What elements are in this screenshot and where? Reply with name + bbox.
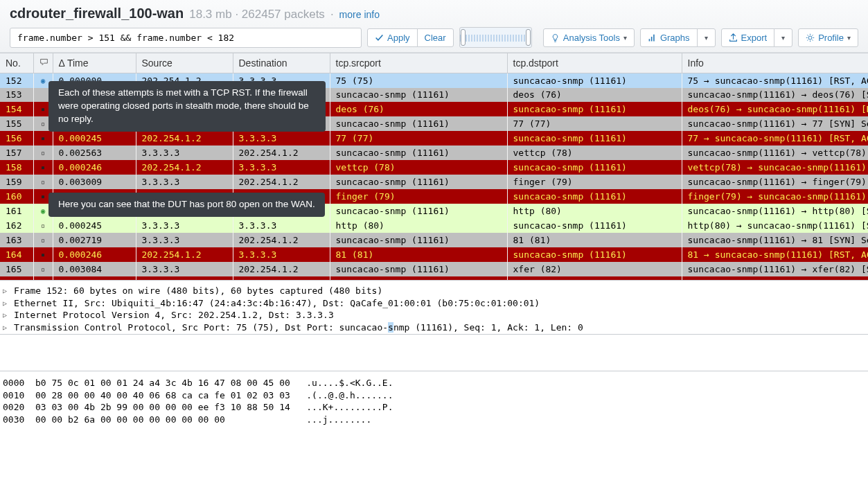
cell-info: 75 → suncacao-snmp(11161) [RST, ACK xyxy=(682,73,868,89)
marker-dot-icon: ▪ xyxy=(41,105,45,113)
col-header-comment[interactable] xyxy=(33,53,53,73)
col-header-no[interactable]: No. xyxy=(0,53,33,73)
cell-no: 166 xyxy=(0,276,33,280)
table-row[interactable]: 156▪0.000245202.254.1.23.3.3.377 (77)sun… xyxy=(0,131,868,146)
cell-comment[interactable]: ▫ xyxy=(33,175,53,189)
comment-bubble-icon: ◉ xyxy=(41,76,46,85)
export-button[interactable]: Export xyxy=(721,28,775,47)
table-header-row: No. Δ Time Source Destination tcp.srcpor… xyxy=(0,53,868,73)
cell-dstport: suncacao-snmp (11161) xyxy=(507,276,682,280)
tree-expand-icon[interactable]: ▷ xyxy=(3,310,10,320)
cell-dstport: deos (76) xyxy=(507,88,682,102)
hex-row[interactable]: 0020 03 03 00 4b 2b 99 00 00 00 00 ee f3… xyxy=(3,401,865,414)
cell-info: 81 → suncacao-snmp(11161) [RST, ACK xyxy=(682,247,868,262)
cell-time: 0.000246 xyxy=(53,247,136,262)
marker-dot-icon: ▪ xyxy=(41,193,45,200)
cell-comment[interactable]: ▫ xyxy=(33,233,53,247)
table-row[interactable]: 157▫0.0025633.3.3.3202.254.1.2suncacao-s… xyxy=(0,146,868,160)
tree-row[interactable]: ▷Transmission Control Protocol, Src Port… xyxy=(3,321,865,334)
table-row[interactable]: 165▫0.0030843.3.3.3202.254.1.2suncacao-s… xyxy=(0,262,868,276)
clear-button[interactable]: Clear xyxy=(417,28,454,47)
graphs-button[interactable]: Graphs xyxy=(640,28,698,47)
cell-time: 0.000245 xyxy=(53,218,136,233)
hex-row[interactable]: 0030 00 00 b2 6a 00 00 00 00 00 00 00 00… xyxy=(3,414,865,426)
comment-bubble-icon: ◉ xyxy=(41,206,46,215)
hex-row[interactable]: 0010 00 28 00 00 40 00 40 06 68 ca ca fe… xyxy=(3,389,865,402)
annotation-rst: Each of these attempts is met with a TCP… xyxy=(48,81,326,132)
tree-label: Transmission Control Protocol, Src Port:… xyxy=(14,321,583,334)
graphs-dropdown-button[interactable]: ▾ xyxy=(697,28,716,47)
cell-comment[interactable]: ▫ xyxy=(33,262,53,276)
more-info-link[interactable]: more info xyxy=(339,9,380,20)
table-row[interactable]: 163▫0.0027193.3.3.3202.254.1.2suncacao-s… xyxy=(0,233,868,247)
cell-srcport: xfer (82) xyxy=(330,276,507,280)
minimap-handle-right[interactable] xyxy=(526,29,531,46)
cell-srcport: 77 (77) xyxy=(330,131,507,146)
cell-comment[interactable]: ▪ xyxy=(33,247,53,262)
chevron-down-icon: ▾ xyxy=(705,34,708,42)
cell-comment[interactable]: ▪ xyxy=(33,131,53,146)
cell-no: 162 xyxy=(0,218,33,233)
cell-source: 202.254.1.2 xyxy=(136,131,233,146)
col-header-srcport[interactable]: tcp.srcport xyxy=(330,53,507,73)
export-dropdown-button[interactable]: ▾ xyxy=(774,28,792,47)
col-header-info[interactable]: Info xyxy=(682,53,868,73)
tree-expand-icon[interactable]: ▷ xyxy=(3,286,10,296)
cell-destination: 3.3.3.3 xyxy=(233,160,330,175)
check-icon xyxy=(375,33,384,42)
annotation-port80: Here you can see that the DUT has port 8… xyxy=(48,193,325,217)
table-row[interactable]: 159▫0.0030093.3.3.3202.254.1.2suncacao-s… xyxy=(0,175,868,189)
cell-comment[interactable]: ▪ xyxy=(33,160,53,175)
table-row[interactable]: 164▪0.000246202.254.1.23.3.3.381 (81)sun… xyxy=(0,247,868,262)
marker-dot-icon: ▪ xyxy=(41,134,45,142)
packet-list-pane[interactable]: Each of these attempts is met with a TCP… xyxy=(0,53,868,280)
display-filter-input[interactable] xyxy=(10,28,362,48)
cell-comment[interactable]: ▪ xyxy=(33,276,53,280)
col-header-source[interactable]: Source xyxy=(136,53,233,73)
cell-no: 165 xyxy=(0,262,33,276)
packet-details-pane[interactable]: ▷Frame 152: 60 bytes on wire (480 bits),… xyxy=(0,280,868,334)
cell-source: 202.254.1.2 xyxy=(136,160,233,175)
tree-expand-icon[interactable]: ▷ xyxy=(3,323,10,333)
tree-label: Ethernet II, Src: Ubiquiti_4b:16:47 (24:… xyxy=(14,297,540,310)
cell-dstport: suncacao-snmp (11161) xyxy=(507,160,682,175)
spacer-pane xyxy=(0,334,868,371)
cell-dstport: suncacao-snmp (11161) xyxy=(507,189,682,204)
cell-info: finger(79) → suncacao-snmp(11161) xyxy=(682,189,868,204)
hex-row[interactable]: 0000 b0 75 0c 01 00 01 24 a4 3c 4b 16 47… xyxy=(3,377,865,389)
cell-comment[interactable]: ▫ xyxy=(33,218,53,233)
profile-button[interactable]: Profile ▾ xyxy=(798,28,858,47)
cell-info: deos(76) → suncacao-snmp(11161) [RS xyxy=(682,102,868,116)
table-row[interactable]: 158▪0.000246202.254.1.23.3.3.3vettcp (78… xyxy=(0,160,868,175)
tree-row[interactable]: ▷Frame 152: 60 bytes on wire (480 bits),… xyxy=(3,285,865,297)
bar-chart-icon xyxy=(648,33,657,42)
cell-srcport: suncacao-snmp (11161) xyxy=(330,175,507,189)
hex-dump-pane[interactable]: 0000 b0 75 0c 01 00 01 24 a4 3c 4b 16 47… xyxy=(0,371,868,431)
cell-destination: 3.3.3.3 xyxy=(233,276,330,280)
capture-title: cdrouter_firewall_100-wan xyxy=(10,6,184,21)
marker-box-icon: ▫ xyxy=(41,222,45,229)
apply-button[interactable]: Apply xyxy=(367,28,418,47)
cell-no: 157 xyxy=(0,146,33,160)
table-row[interactable]: 166▪0.000247202.254.1.23.3.3.3xfer (82)s… xyxy=(0,276,868,280)
cell-comment[interactable]: ▫ xyxy=(33,146,53,160)
chevron-down-icon: ▾ xyxy=(623,34,627,42)
col-header-time[interactable]: Δ Time xyxy=(53,53,136,73)
tree-label: Frame 152: 60 bytes on wire (480 bits), … xyxy=(14,285,382,297)
analysis-tools-button[interactable]: Analysis Tools ▾ xyxy=(543,28,635,47)
cell-info: suncacao-snmp(11161) → 81 [SYN] Seq xyxy=(682,233,868,247)
marker-box-icon: ▫ xyxy=(41,265,45,273)
minimap-handle-left[interactable] xyxy=(461,29,466,46)
tree-expand-icon[interactable]: ▷ xyxy=(3,299,10,308)
marker-box-icon: ▫ xyxy=(41,149,45,157)
table-row[interactable]: 162▫0.0002453.3.3.33.3.3.3http (80)sunca… xyxy=(0,218,868,233)
tree-row[interactable]: ▷Ethernet II, Src: Ubiquiti_4b:16:47 (24… xyxy=(3,297,865,310)
cell-srcport: suncacao-snmp (11161) xyxy=(330,204,507,218)
col-header-dstport[interactable]: tcp.dstport xyxy=(507,53,682,73)
tree-row[interactable]: ▷Internet Protocol Version 4, Src: 202.2… xyxy=(3,309,865,321)
cell-destination: 3.3.3.3 xyxy=(233,131,330,146)
cell-no: 153 xyxy=(0,88,33,102)
col-header-destination[interactable]: Destination xyxy=(233,53,330,73)
cell-no: 163 xyxy=(0,233,33,247)
timeline-minimap[interactable] xyxy=(459,27,532,48)
